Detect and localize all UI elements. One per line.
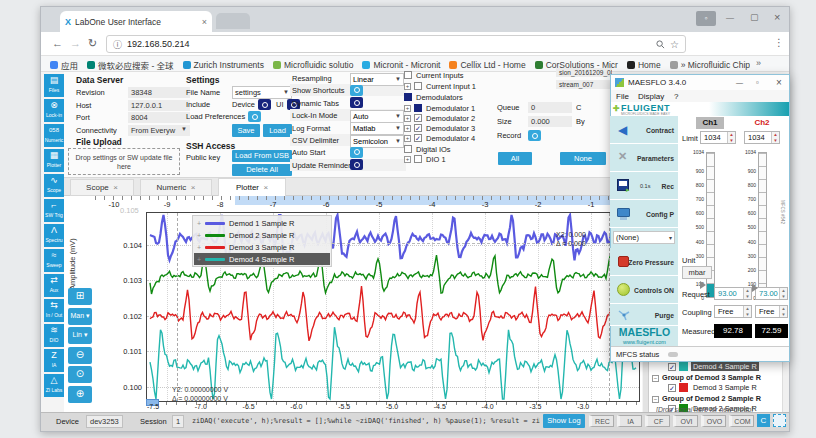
file-name-combo[interactable]: settings▼	[232, 86, 292, 99]
drag-handle-icon[interactable]: +	[197, 244, 201, 251]
ch1-request-spinner[interactable]: 93.00▲▼	[714, 287, 752, 300]
bookmark-cellix[interactable]: Cellix Ltd - Home	[449, 58, 525, 71]
purge-button[interactable]: Purge	[610, 304, 678, 326]
tab-close-icon[interactable]: ×	[263, 183, 268, 192]
search-zoom-icon[interactable]	[656, 40, 665, 49]
tree-checkbox[interactable]	[414, 82, 422, 90]
maesflo-minimize[interactable]: —	[736, 79, 743, 86]
back-icon[interactable]: ←	[52, 37, 63, 49]
slider-handle-icon[interactable]	[752, 284, 758, 292]
group-item-label[interactable]: Demod 4 Sample R	[691, 362, 759, 371]
plot-tool-auto-scale-button[interactable]: ⊞	[68, 288, 92, 305]
maesflo-maximize[interactable]: ▫	[756, 78, 759, 87]
group-collapse-icon[interactable]: −	[652, 396, 659, 403]
ch2-request-spinner[interactable]: 73.00▲▼	[755, 287, 788, 300]
bookmarks-overflow-icon[interactable]: »	[756, 58, 761, 68]
tree-item-label[interactable]: Demodulators	[416, 93, 463, 102]
group-collapse-icon[interactable]: −	[652, 375, 659, 382]
group-header[interactable]: Group of Demod 2 Sample R	[662, 394, 761, 403]
load-preferences-toggle[interactable]	[248, 111, 261, 122]
tree-expander-icon[interactable]: +	[404, 135, 411, 142]
group-header[interactable]: Group of Demod 3 Sample R	[662, 373, 761, 382]
sidebar-item-scope[interactable]: ∿Scope	[44, 174, 64, 197]
tree-expander-icon[interactable]: +	[404, 115, 411, 122]
tree-expander-icon[interactable]: +	[404, 105, 411, 112]
sidebar-item-aux[interactable]: ⇄Aux	[44, 274, 64, 297]
profile-button[interactable]: ◦	[696, 11, 716, 26]
load-from-usb-button[interactable]: Load From USB	[232, 150, 292, 162]
chrome-menu-icon[interactable]: ⋮	[774, 37, 784, 48]
tab-close-icon[interactable]: ×	[202, 17, 207, 27]
url-text[interactable]: 192.168.50.214	[127, 39, 651, 49]
legend-row[interactable]: +Demod 4 Sample R	[194, 253, 330, 265]
maesflo-close[interactable]: ×	[776, 77, 782, 88]
browser-tab[interactable]: X LabOne User Interface ×	[60, 11, 212, 32]
tree-none-button[interactable]: None	[560, 152, 606, 165]
tree-item-label[interactable]: Demodulator 3	[426, 124, 475, 133]
tree-checkbox[interactable]	[414, 104, 422, 112]
parameters-button[interactable]: ✕Parameters	[610, 144, 678, 172]
ch1-header[interactable]: Ch1	[696, 117, 724, 129]
include-device-toggle[interactable]	[258, 99, 271, 110]
sidebar-item-spectrum[interactable]: ΛSpectru	[44, 224, 64, 247]
sidebar-item-lock-in[interactable]: ⊗Lock-in	[44, 99, 64, 122]
sidebar-item-files[interactable]: ▤Files	[44, 74, 64, 97]
option-combo-lockinmode[interactable]: Auto▼	[350, 110, 404, 123]
plot-tool-linear-scale-button[interactable]: Lin ▾	[68, 327, 92, 344]
tree-all-button[interactable]: All	[498, 152, 532, 165]
maesflo-combo[interactable]: (None)▾	[613, 231, 675, 244]
bookmark-apps[interactable]: 应用	[50, 58, 78, 71]
tree-checkbox[interactable]: ✓	[414, 134, 422, 142]
tree-expander-icon[interactable]: +	[404, 125, 411, 132]
rec-button[interactable]: ▸0.1sRec	[610, 172, 678, 200]
bookmark-star-icon[interactable]: ☆	[670, 39, 679, 50]
drag-handle-icon[interactable]: +	[197, 256, 201, 263]
menu-display[interactable]: Display	[638, 92, 664, 101]
tree-checkbox[interactable]	[404, 71, 412, 79]
plot-tool-zoom-out-button[interactable]: ⊖	[68, 347, 92, 364]
device-value[interactable]: dev3253	[86, 415, 123, 428]
menu-file[interactable]: File	[616, 92, 629, 101]
window-minimize[interactable]: —	[726, 13, 734, 22]
legend-row[interactable]: +Demod 3 Sample R	[194, 241, 330, 253]
sidebar-item-sw-trig[interactable]: ⌐SW Trig	[44, 199, 64, 222]
contract-button[interactable]: ◀Contract	[610, 116, 678, 144]
menu-help[interactable]: ?	[674, 92, 678, 101]
tree-item-label[interactable]: Current Inputs	[416, 71, 464, 80]
tree-item-label[interactable]: Digital IOs	[416, 145, 451, 154]
group-item-checkbox[interactable]: ✓	[668, 363, 676, 371]
option-toggle-showshortcuts[interactable]	[350, 85, 363, 96]
option-combo-resampling[interactable]: Linear▼	[350, 73, 404, 86]
plot-tool-zoom-select-button[interactable]: ⊙	[68, 366, 92, 383]
plot-legend[interactable]: +Demod 1 Sample R+Demod 2 Sample R+Demod…	[192, 215, 332, 267]
option-combo-logformat[interactable]: Matlab▼	[350, 122, 404, 135]
bookmark-micronit[interactable]: Micronit - Micronit	[362, 58, 440, 71]
data-server-row-value[interactable]: From Everyw ▼	[128, 125, 190, 136]
drag-handle-icon[interactable]: +	[197, 232, 201, 239]
tree-item-label[interactable]: Current Input 1	[426, 82, 476, 91]
tree-item-label[interactable]: Demodulator 2	[426, 114, 475, 123]
tab-close-icon[interactable]: ×	[191, 183, 196, 192]
legend-row[interactable]: +Demod 2 Sample R	[194, 229, 330, 241]
selection-badge[interactable]	[773, 414, 786, 427]
plot-tool-zoom-in-button[interactable]: ⊕	[68, 386, 92, 403]
sidebar-item-numeric[interactable]: 058Numeric	[44, 124, 64, 147]
save-button[interactable]: Save	[232, 124, 260, 137]
bookmark-zurich-instruments[interactable]: Zurich Instruments	[183, 58, 264, 71]
sidebar-item-dio[interactable]: ≋DIO	[44, 324, 64, 347]
tab-plotter[interactable]: Plotter ×	[218, 178, 286, 196]
option-toggle-autostart[interactable]	[350, 147, 363, 158]
window-close[interactable]: ×	[774, 11, 780, 23]
omnibox[interactable]: ⓘ 192.168.50.214 ☆	[106, 35, 686, 53]
record-toggle[interactable]	[528, 130, 541, 141]
tab-close-icon[interactable]: ×	[113, 183, 118, 192]
ch1-coupling-spinner[interactable]: Free▲▼	[714, 305, 752, 318]
window-maximize[interactable]: ▢	[750, 12, 759, 22]
bookmark-home[interactable]: Home	[627, 58, 661, 71]
option-combo-csvdelimiter[interactable]: Semicolon▼	[350, 135, 404, 148]
config-p-button[interactable]: Config P	[610, 200, 678, 228]
sidebar-item-zi-labs[interactable]: △ZI Labs	[44, 374, 64, 397]
c-badge[interactable]: C	[757, 414, 770, 427]
info-icon[interactable]: ⓘ	[113, 38, 122, 51]
group-item-checkbox[interactable]: ✓	[668, 384, 676, 392]
